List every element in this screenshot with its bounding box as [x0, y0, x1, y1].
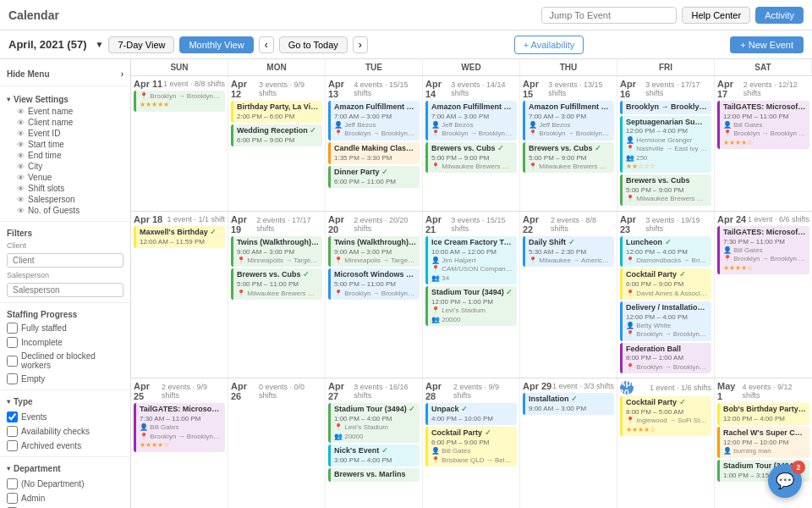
event-card[interactable]: Brooklyn → Brooklyn Hist... — [620, 101, 711, 114]
event-title: Ice Cream Factory Tour ✓ — [431, 238, 513, 248]
day-header: MON — [228, 59, 326, 75]
staffing-checkbox-item: Incomplete — [0, 335, 130, 350]
event-title: Cocktail Party ✓ — [626, 398, 708, 408]
staffing-checkbox[interactable] — [7, 356, 18, 367]
event-card[interactable]: Brewers vs. Marlins — [328, 468, 420, 482]
event-card[interactable]: 📍 Brooklyn → Brooklyn Historic★★★★★ — [134, 91, 225, 112]
event-card[interactable]: TailGATES: Microsoft Style... ✓12:00 PM … — [717, 101, 809, 149]
day-num-row: Apr 202 events · 20/20 shifts — [328, 214, 420, 235]
event-card[interactable]: Rachel W's Super Cool Bi... ✓12:00 PM – … — [717, 427, 809, 457]
hide-menu-toggle[interactable]: Hide Menu › — [7, 68, 123, 80]
staffing-checkbox[interactable] — [7, 323, 18, 334]
sidebar-view-item[interactable]: 👁Start time — [7, 139, 123, 150]
client-input[interactable] — [7, 253, 123, 268]
sidebar-view-item[interactable]: 👁Client name — [7, 117, 123, 128]
event-card[interactable]: Cocktail Party ✓6:00 PM – 9:00 PM📍 David… — [620, 268, 711, 299]
dept-checkbox[interactable] — [7, 493, 18, 504]
sidebar-view-item[interactable]: 👁No. of Guests — [7, 205, 123, 216]
event-card[interactable]: Stadium Tour (3494) ✓12:00 PM – 1:00 PM📍… — [425, 286, 517, 326]
event-card[interactable]: Federation Ball8:00 PM – 1:00 AM📍 Brookl… — [620, 343, 711, 373]
sidebar-view-item[interactable]: 👁Event name — [7, 106, 123, 117]
event-time: 4:00 PM – 10:00 PM — [431, 415, 513, 423]
event-card[interactable]: Daily Shift ✓5:30 AM – 2:30 PM📍 Milwauke… — [523, 236, 614, 267]
view-7day-button[interactable]: 7-Day View — [108, 36, 174, 53]
sidebar-view-item[interactable]: 👁Shift slots — [7, 183, 123, 194]
event-card[interactable]: Wedding Reception ✓6:00 PM – 9:00 PM — [231, 124, 322, 146]
event-card[interactable]: TailGATES: Microsoft Style... ✓7:30 PM –… — [717, 226, 809, 274]
type-checkbox[interactable] — [7, 426, 18, 437]
event-card[interactable]: Cocktail Party ✓6:00 PM – 9:00 PM👤 Bill … — [425, 427, 517, 467]
event-card[interactable]: Twins (Walkthrough) ✓9:00 AM – 3:00 PM📍 … — [231, 236, 322, 267]
chat-bubble[interactable]: 💬 2 — [768, 464, 802, 498]
event-title: TailGATES: Microsoft Style... ✓ — [723, 228, 806, 238]
view-settings-toggle[interactable]: ▾ View Settings — [7, 93, 123, 106]
event-card[interactable]: Cocktail Party ✓8:00 PM – 5:00 AM📍 Ingle… — [620, 396, 711, 436]
event-card[interactable]: Unpack ✓4:00 PM – 10:00 PM — [425, 403, 517, 425]
event-card[interactable]: Brewers vs. Cubs5:00 PM – 9:00 PM📍 Milwa… — [620, 174, 711, 205]
type-toggle[interactable]: ▾ Type — [0, 394, 130, 410]
nav-next-button[interactable]: › — [353, 36, 368, 53]
event-time: 7:00 AM – 3:00 PM — [334, 113, 416, 121]
event-card[interactable]: Dinner Party ✓6:00 PM – 11:00 PM — [328, 166, 420, 188]
event-card[interactable]: Birthday Party, La Vie ✓2:00 PM – 6:00 P… — [231, 101, 322, 123]
event-person: 👤 Betty White — [626, 322, 708, 330]
sidebar-collapse-arrow[interactable]: › — [121, 69, 123, 79]
event-card[interactable]: Maxwell's Birthday ✓12:00 AM – 11:59 PM — [134, 226, 225, 248]
chat-icon: 💬 — [776, 472, 794, 490]
week-row: Apr 252 events · 9/9 shiftsTailGATES: Mi… — [131, 378, 812, 508]
event-card[interactable]: TailGATES: Microsoft Style... ✓7:30 AM –… — [134, 403, 225, 451]
sidebar-view-item[interactable]: 👁End time — [7, 150, 123, 161]
sidebar-view-item[interactable]: 👁City — [7, 161, 123, 172]
day-num-row: Apr 241 event · 6/6 shifts — [717, 214, 809, 224]
activity-button[interactable]: Activity — [755, 7, 804, 24]
type-label: Type — [14, 397, 33, 406]
type-checkbox[interactable] — [7, 411, 18, 422]
event-card[interactable]: Stadium Tour (3494) ✓1:00 PM – 4:00 PM📍 … — [328, 403, 420, 443]
view-monthly-button[interactable]: Monthly View — [179, 36, 253, 53]
event-card[interactable]: Microsoft Windows Event ✓5:00 PM – 11:00… — [328, 268, 420, 299]
event-card[interactable]: Luncheon ✓12:00 PM – 4:00 PM📍 Diamondbac… — [620, 236, 711, 267]
nav-prev-button[interactable]: ‹ — [259, 36, 274, 53]
sidebar-view-item[interactable]: 👁Venue — [7, 172, 123, 183]
event-card[interactable]: Ice Cream Factory Tour ✓10:00 AM – 12:00… — [425, 236, 517, 284]
new-event-button[interactable]: + New Event — [730, 36, 804, 53]
day-num-row: Apr 172 events · 12/12 shifts — [717, 79, 809, 99]
availability-button[interactable]: + Availability — [514, 36, 584, 54]
event-card[interactable]: Brewers vs. Cubs ✓5:00 PM – 9:00 PM📍 Mil… — [425, 142, 517, 173]
event-card[interactable]: Amazon Fulfillment Cent... ✓7:00 AM – 3:… — [523, 101, 614, 141]
event-card[interactable]: Brewers vs. Cubs ✓5:00 PM – 9:00 PM📍 Mil… — [523, 142, 614, 173]
event-card[interactable]: Candle Making Class ✓1:35 PM – 3:30 PM — [328, 142, 420, 164]
event-card[interactable]: Delivery / Installation - B... ✓12:00 PM… — [620, 301, 711, 341]
salesperson-input[interactable] — [7, 283, 123, 297]
sidebar-view-item[interactable]: 👁Event ID — [7, 128, 123, 139]
dept-label: Department — [14, 464, 61, 473]
staffing-checkbox[interactable] — [7, 337, 18, 348]
event-card[interactable]: Amazon Fulfillment Cent... ✓7:00 AM – 3:… — [425, 101, 517, 141]
event-location: 📍 Brooklyn → Brooklyn Navy Y — [626, 363, 708, 372]
goto-today-button[interactable]: Go to Today — [279, 36, 348, 53]
dept-checkbox[interactable] — [7, 478, 18, 489]
event-person: 👤 Jim Halpert — [431, 257, 513, 265]
event-card[interactable]: Twins (Walkthrough) ✓9:00 AM – 3:00 PM📍 … — [328, 236, 420, 267]
dept-toggle[interactable]: ▾ Department — [0, 461, 130, 477]
event-title: Stadium Tour (3494) ✓ — [431, 288, 513, 298]
type-checkbox[interactable] — [7, 440, 18, 451]
event-card[interactable]: Installation ✓9:00 AM – 3:00 PM — [523, 393, 614, 415]
day-cell: Apr 282 events · 9/9 shiftsUnpack ✓4:00 … — [423, 378, 520, 508]
eye-icon: 👁 — [17, 163, 25, 171]
event-card[interactable]: Bob's Birthday Party ✓12:00 PM – 4:00 PM — [717, 403, 809, 425]
event-card[interactable]: Brewers vs. Cubs ✓5:00 PM – 11:00 PM📍 Mi… — [231, 268, 322, 299]
event-card[interactable]: Amazon Fulfillment Cent... ✓7:00 AM – 3:… — [328, 101, 420, 141]
event-location: 📍 Milwaukee → American Fam — [529, 257, 611, 265]
help-center-button[interactable]: Help Center — [682, 7, 750, 24]
event-card[interactable]: Septuagenarian Summit ...12:00 PM – 4:00… — [620, 116, 711, 174]
dropdown-icon[interactable]: ▼ — [96, 40, 104, 49]
day-num-row: Apr 153 events · 13/15 shifts — [523, 79, 614, 99]
event-person: 👤 Jeff Bezos — [334, 121, 416, 130]
day-events-count: 3 events · 17/17 shifts — [645, 80, 711, 97]
event-card[interactable]: Nick's Event ✓3:00 PM – 4:00 PM — [328, 444, 420, 467]
sidebar-view-item[interactable]: 👁Salesperson — [7, 194, 123, 205]
jump-to-event-input[interactable] — [541, 7, 677, 24]
staffing-checkbox[interactable] — [7, 373, 18, 384]
view-item-label: End time — [28, 151, 61, 160]
